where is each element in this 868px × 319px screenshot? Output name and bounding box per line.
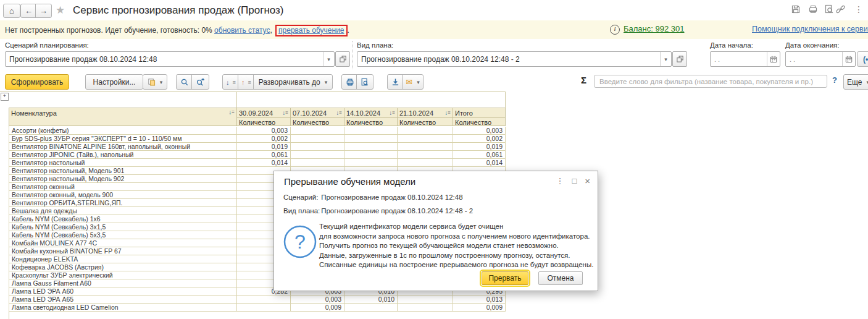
date-start-value: . .: [711, 56, 767, 63]
more-button[interactable]: Еще ▾: [843, 74, 868, 90]
print-preview-button[interactable]: [356, 74, 373, 90]
row-quantity-cell: 0,003: [237, 127, 291, 135]
choose-period-button[interactable]: (•): [857, 51, 868, 67]
collapse-icon: ↓: [226, 79, 230, 86]
favorite-star-icon[interactable]: ★: [56, 4, 65, 17]
column-header-date-2[interactable]: 07.10.2024 ↓≡: [291, 108, 344, 118]
settings-button[interactable]: Настройки...: [85, 74, 143, 90]
table-row[interactable]: Бур SDS-plus ЗУБР серия "ЭКСПЕРТ" d = 10…: [9, 135, 506, 143]
copy-settings-icon: [148, 78, 156, 86]
row-quantity-cell: [291, 143, 344, 151]
plan-kind-combobox[interactable]: Прогнозирование продаж 08.10.2024 12:48 …: [357, 51, 672, 67]
column-header-date-1[interactable]: 30.09.2024 ↓≡: [237, 108, 291, 118]
generate-button[interactable]: Сформировать: [5, 74, 69, 90]
back-button[interactable]: ←: [20, 4, 37, 18]
dialog-menu-kebab-icon[interactable]: ⋮: [556, 176, 564, 185]
scenario-open-button[interactable]: [335, 51, 350, 67]
cancel-search-button[interactable]: [191, 74, 209, 90]
subheader-quantity: Количество: [344, 118, 398, 126]
dropdown-icon: ▾: [325, 79, 328, 85]
date-end-input[interactable]: . .: [785, 51, 856, 67]
sort-icon[interactable]: ↓≡: [282, 110, 288, 116]
question-icon: ?: [283, 224, 317, 261]
expand-rows-button[interactable]: ↑≡: [238, 74, 255, 90]
open-icon: [339, 55, 347, 63]
dialog-close-icon[interactable]: ×: [585, 176, 590, 186]
table-row[interactable]: Вентилятор JIPONIC (Тайв.), напольный0,0…: [9, 151, 506, 159]
service-assistant-link[interactable]: Помощник подключения к сервису: [752, 25, 868, 33]
table-row-gutter: [0, 91, 9, 319]
row-quantity-cell: [398, 151, 453, 159]
print-icon: [346, 78, 354, 87]
app-window: ⌂ ← → ★ Сервис прогнозирования продаж (П…: [0, 0, 868, 319]
sort-icon[interactable]: ↓≡: [389, 110, 395, 116]
forward-button[interactable]: →: [35, 4, 52, 18]
column-header-date-4[interactable]: 21.10.2024 ↓≡: [398, 108, 453, 118]
sort-icon[interactable]: ↓≡: [336, 110, 342, 116]
message-line: для возможности запроса нового прогноза …: [319, 232, 593, 242]
plan-kind-dropdown-icon[interactable]: ▾: [660, 52, 671, 66]
dialog-maximize-icon[interactable]: □: [572, 176, 577, 185]
row-product-name: Вентилятор оконный, модель 900: [9, 191, 237, 199]
collapse-rows-button[interactable]: ↓≡: [222, 74, 240, 90]
open-icon: [676, 55, 684, 63]
message-line: Списанные единицы на построение прерывае…: [319, 260, 593, 270]
table-row[interactable]: Лампа светодиодная LED Camelion0,0090,00…: [9, 304, 506, 312]
scenario-combobox[interactable]: Прогнозирование продаж 08.10.2024 12:48 …: [5, 51, 335, 67]
scenario-dropdown-icon[interactable]: ▾: [323, 52, 334, 66]
preview-icon[interactable]: [824, 4, 835, 15]
column-header-nomenclature[interactable]: Номенклатура ↓≡: [9, 108, 237, 126]
home-button[interactable]: ⌂: [3, 4, 20, 18]
cancel-button[interactable]: Отмена: [538, 271, 583, 285]
envelope-icon: ✉: [406, 77, 412, 87]
row-product-name: Кофеварка JACOBS (Австрия): [9, 263, 237, 271]
row-product-name: Лампа светодиодная LED Camelion: [9, 304, 237, 312]
row-quantity-cell: [237, 296, 291, 304]
table-row[interactable]: Вентилятор настольный0,0140,014: [9, 159, 506, 167]
print-report-button[interactable]: [341, 74, 358, 90]
filter-input[interactable]: [594, 75, 827, 88]
row-product-name: Вентилятор настольный, Модель 902: [9, 175, 237, 183]
send-mail-button[interactable]: ✉ ▾: [402, 74, 424, 90]
top-bar: ⌂ ← → ★ Сервис прогнозирования продаж (П…: [0, 0, 868, 20]
table-row[interactable]: Лампа LED ЭРА А650,0030,0100,013: [9, 296, 506, 304]
sort-icon[interactable]: ↓≡: [444, 110, 451, 116]
total-header-label: Итого: [455, 109, 473, 117]
sort-icon[interactable]: ↓≡: [228, 109, 235, 116]
more-menu-kebab-icon[interactable]: ⋮: [853, 4, 864, 15]
date-header-label: 14.10.2024: [346, 109, 380, 117]
interrupt-training-dialog: Прерывание обучения модели ⋮ □ × Сценари…: [273, 171, 598, 291]
row-quantity-cell: 0,009: [453, 304, 506, 312]
row-quantity-cell: 0,014: [453, 159, 506, 167]
dropdown-icon: ▾: [160, 79, 163, 85]
link-icon[interactable]: [835, 4, 846, 15]
dialog-title: Прерывание обучения модели: [284, 176, 415, 187]
plan-kind-open-button[interactable]: [672, 51, 687, 67]
balance-link[interactable]: Баланс: 992 301: [624, 24, 684, 33]
save-report-button[interactable]: [387, 74, 404, 90]
search-button[interactable]: [176, 74, 193, 90]
refresh-status-link[interactable]: обновить статус: [214, 26, 270, 35]
column-header-total[interactable]: Итого: [453, 108, 506, 118]
row-quantity-cell: [291, 159, 344, 167]
expand-all-button[interactable]: +: [1, 93, 9, 101]
table-row[interactable]: Ассорти (конфеты)0,0030,003: [9, 127, 506, 135]
date-end-calendar-button[interactable]: [842, 52, 855, 66]
dialog-plan-value: Прогнозирование продаж 08.10.2024 12:48 …: [321, 207, 473, 215]
back-icon: ←: [25, 6, 33, 15]
table-row[interactable]: Вентилятор BINATONE ALPINE 160вт, наполь…: [9, 143, 506, 151]
column-header-date-3[interactable]: 14.10.2024 ↓≡: [344, 108, 398, 118]
interrupt-confirm-button[interactable]: Прервать: [482, 271, 528, 285]
date-start-calendar-button[interactable]: [767, 52, 780, 66]
lines-glyph: ≡: [248, 79, 251, 85]
subheader-quantity: Количество: [453, 118, 506, 126]
copy-settings-button[interactable]: ▾: [143, 74, 167, 90]
expand-to-button[interactable]: Разворачивать до ▾: [253, 74, 333, 90]
row-product-name: Вентилятор настольный, Модель 901: [9, 167, 237, 175]
help-button[interactable]: ?: [832, 75, 837, 85]
print-icon[interactable]: [807, 4, 819, 15]
save-icon[interactable]: [790, 4, 801, 15]
period-icon: (•): [863, 55, 868, 64]
interrupt-training-link[interactable]: прервать обучение: [278, 26, 344, 35]
date-start-input[interactable]: . .: [710, 51, 780, 67]
